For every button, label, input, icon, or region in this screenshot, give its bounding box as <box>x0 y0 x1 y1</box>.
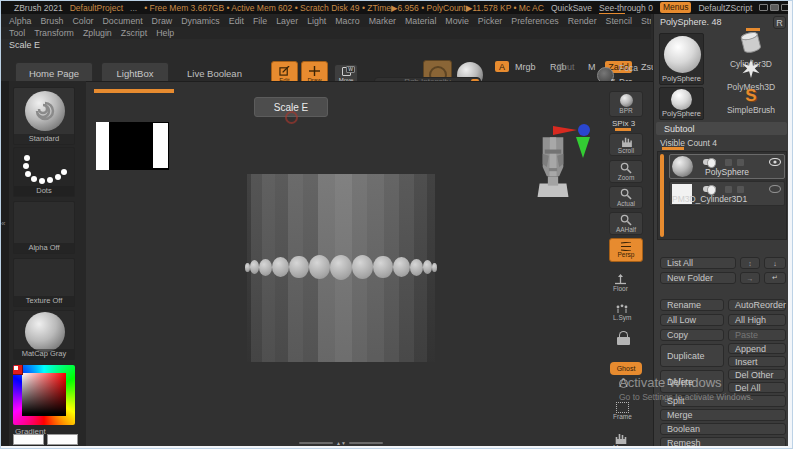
bpr-button[interactable]: BPR <box>609 91 643 117</box>
menu-stroke[interactable]: Stroke <box>641 16 651 26</box>
frame-button[interactable]: Frame <box>613 402 632 420</box>
menu-preferences[interactable]: Preferences <box>511 16 558 26</box>
mrgb-button[interactable]: Mrgb <box>515 62 536 72</box>
menu-color[interactable]: Color <box>72 16 93 26</box>
current-tool-name[interactable]: PolySphere. 48 <box>660 17 722 27</box>
menu-zscript[interactable]: Zscript <box>121 28 147 38</box>
tool-item-simplebrush[interactable]: S SimpleBrush <box>720 87 782 115</box>
menus-button[interactable]: Menus <box>660 2 692 13</box>
menu-document[interactable]: Document <box>103 16 143 26</box>
canvas-viewport[interactable]: Scale E ▲▼ <box>86 81 653 446</box>
subtool-item[interactable]: PM3D_Cylinder3D1 <box>669 181 785 206</box>
boolean-button[interactable]: Boolean <box>660 423 786 435</box>
move-out-folder-button[interactable]: ↵ <box>764 272 786 284</box>
copy-layout-icon[interactable] <box>781 4 788 11</box>
actual-button[interactable]: Actual <box>609 186 643 209</box>
tool-item-polysphere-small[interactable]: PolySphere <box>659 87 704 120</box>
m-button[interactable]: M <box>588 62 596 72</box>
menu-edit[interactable]: Edit <box>229 16 244 26</box>
select-down-button[interactable]: ↓ <box>764 257 786 269</box>
merge-button[interactable]: Merge <box>660 409 786 421</box>
visible-count-bar[interactable] <box>662 147 684 150</box>
move-to-folder-button[interactable]: → <box>740 272 760 284</box>
stroke-selector[interactable]: Dots <box>13 147 75 197</box>
del-all-button[interactable]: Del All <box>728 382 786 393</box>
canvas-splitter-handle[interactable]: ▲▼ <box>299 440 383 446</box>
subtool-toggle[interactable] <box>703 159 716 165</box>
menu-render[interactable]: Render <box>568 16 597 26</box>
color-sv-square[interactable] <box>22 373 66 416</box>
paint-icon[interactable] <box>725 159 732 166</box>
spix-slider[interactable]: SPix 3 <box>612 119 635 128</box>
split-button[interactable]: Split <box>660 395 786 407</box>
live-boolean-button[interactable]: Live Boolean <box>187 68 242 79</box>
zoom-button[interactable]: Zoom <box>609 160 643 183</box>
layout-left-icon[interactable] <box>759 4 768 11</box>
menu-material[interactable]: Material <box>405 16 436 26</box>
menu-macro[interactable]: Macro <box>335 16 359 26</box>
append-button[interactable]: Append <box>728 343 786 354</box>
menu-tool[interactable]: Tool <box>9 28 25 38</box>
sculpt-icon[interactable] <box>737 186 744 193</box>
menu-light[interactable]: Light <box>307 16 326 26</box>
all-low-button[interactable]: All Low <box>660 314 724 326</box>
secondary-color-swatch[interactable] <box>47 434 78 445</box>
solo-icon[interactable] <box>619 379 628 388</box>
alpha-selector[interactable]: Alpha Off <box>13 201 75 254</box>
menu-file[interactable]: File <box>253 16 267 26</box>
zscript-button[interactable]: DefaultZScript <box>698 3 752 13</box>
persp-button[interactable]: Persp <box>609 238 643 262</box>
aahalf-button[interactable]: AAHalf <box>609 212 643 235</box>
menu-brush[interactable]: Brush <box>41 16 64 26</box>
del-other-button[interactable]: Del Other <box>728 369 786 380</box>
menu-draw[interactable]: Draw <box>152 16 173 26</box>
menu-alpha[interactable]: Alpha <box>9 16 32 26</box>
axis-gizmo[interactable] <box>553 120 597 160</box>
quicksave-button[interactable]: QuickSave <box>551 3 592 13</box>
new-folder-button[interactable]: New Folder <box>660 272 736 284</box>
eye-icon[interactable] <box>769 158 781 166</box>
floor-button[interactable]: Floor <box>613 274 628 292</box>
menu-movie[interactable]: Movie <box>445 16 468 26</box>
transp-button[interactable] <box>617 331 630 345</box>
ghost-button[interactable]: Ghost <box>610 362 642 375</box>
subtool-item-active[interactable]: PolySphere <box>669 154 785 179</box>
paste-button[interactable]: Paste <box>728 329 786 341</box>
menu-picker[interactable]: Picker <box>478 16 502 26</box>
paint-icon[interactable] <box>725 186 732 193</box>
duplicate-button[interactable]: Duplicate <box>660 344 724 367</box>
zcut-button[interactable]: Zcut <box>557 62 575 72</box>
material-selector[interactable]: MatCap Gray <box>13 310 75 360</box>
lightbox-divider-bar[interactable] <box>94 89 174 93</box>
color-picker[interactable] <box>13 365 75 425</box>
menu-layer[interactable]: Layer <box>276 16 298 26</box>
menu-stencil[interactable]: Stencil <box>606 16 632 26</box>
focal-shift-truncated[interactable]: Foca <box>619 63 649 73</box>
list-all-button[interactable]: List All <box>660 257 736 269</box>
subtool-header[interactable]: Subtool <box>656 122 787 135</box>
copy-button[interactable]: Copy <box>660 329 724 341</box>
menu-marker[interactable]: Marker <box>369 16 396 26</box>
scroll-button[interactable]: Scroll <box>609 133 643 156</box>
menu-transform[interactable]: Transform <box>34 28 74 38</box>
menu-help[interactable]: Help <box>156 28 174 38</box>
all-high-button[interactable]: All High <box>728 314 786 326</box>
insert-button[interactable]: Insert <box>728 356 786 367</box>
autoreorder-button[interactable]: AutoReorder <box>728 299 786 311</box>
delete-button[interactable]: Delete <box>660 370 724 393</box>
spix-slider-bar[interactable] <box>615 128 631 131</box>
select-up-down-button[interactable]: ↕ <box>740 257 760 269</box>
sculpt-icon[interactable] <box>737 159 744 166</box>
eye-icon[interactable] <box>769 185 781 193</box>
left-tray-handle[interactable]: « <box>1 219 5 228</box>
menu-zplugin[interactable]: Zplugin <box>83 28 112 38</box>
move-canvas-button[interactable]: Move <box>613 431 629 446</box>
brush-selector[interactable]: Standard <box>13 87 75 145</box>
layout-right-icon[interactable] <box>770 4 779 11</box>
rename-button[interactable]: Rename <box>660 299 724 311</box>
anchor-toggle[interactable]: A <box>495 61 509 72</box>
subtool-scrollbar[interactable] <box>660 154 664 237</box>
main-color-swatch[interactable] <box>13 434 44 445</box>
current-color-swatch[interactable] <box>13 365 23 375</box>
remesh-button[interactable]: Remesh <box>660 437 786 446</box>
